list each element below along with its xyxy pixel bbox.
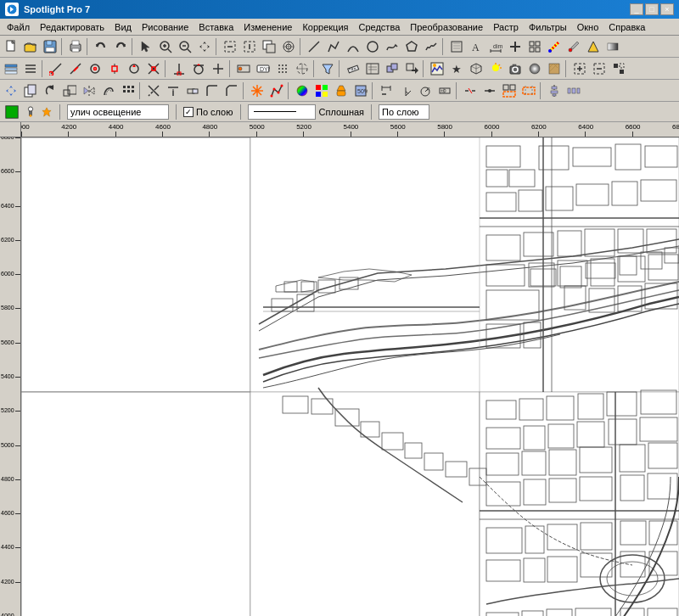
dim-linear-button[interactable] xyxy=(377,81,396,100)
line-tool-button[interactable] xyxy=(305,37,323,56)
dynamic-input-button[interactable]: DYN xyxy=(254,59,272,78)
dim-radius-button[interactable]: R xyxy=(416,81,435,100)
block-button[interactable] xyxy=(383,59,401,78)
menu-correct[interactable]: Коррекция xyxy=(297,20,353,34)
align-button[interactable] xyxy=(545,81,564,100)
3d-view-button[interactable] xyxy=(467,59,485,78)
text-button[interactable]: A xyxy=(467,37,485,56)
circle-tool-button[interactable] xyxy=(363,37,382,56)
gradient-button[interactable] xyxy=(603,37,622,56)
snap-quadrant-button[interactable] xyxy=(125,59,143,78)
select-button[interactable] xyxy=(137,37,155,56)
freehand-button[interactable] xyxy=(422,37,441,56)
menu-file[interactable]: Файл xyxy=(2,20,35,34)
grid-button[interactable] xyxy=(525,37,544,56)
menu-edit[interactable]: Редактировать xyxy=(35,20,109,34)
group-button[interactable] xyxy=(500,81,519,100)
snap-tangent-button[interactable] xyxy=(189,59,208,78)
trim-button[interactable] xyxy=(144,81,163,100)
obj-snap-button[interactable] xyxy=(234,59,253,78)
menu-draw[interactable]: Рисование xyxy=(137,20,194,34)
save-button[interactable] xyxy=(41,37,59,56)
dim-angular-button[interactable] xyxy=(396,81,415,100)
color-circle-button[interactable] xyxy=(293,81,311,100)
ungroup-button[interactable] xyxy=(519,81,538,100)
palette-button[interactable] xyxy=(312,81,331,100)
properties-button[interactable] xyxy=(21,59,40,78)
snap-center-button[interactable] xyxy=(86,59,104,78)
brush-icon[interactable] xyxy=(24,105,37,119)
invert-sel-button[interactable] xyxy=(609,59,628,78)
fill-button[interactable] xyxy=(584,37,603,56)
eyedropper-button[interactable] xyxy=(564,37,583,56)
mirror-button[interactable] xyxy=(80,81,98,100)
open-file-button[interactable] xyxy=(21,37,40,56)
symbol-button[interactable]: ★ xyxy=(447,59,466,78)
insert-block-button[interactable] xyxy=(402,59,421,78)
tb-r1b5[interactable] xyxy=(221,37,239,56)
attribute-button[interactable] xyxy=(363,59,382,78)
camera-button[interactable] xyxy=(506,59,525,78)
light-button[interactable] xyxy=(486,59,505,78)
stretch-button[interactable] xyxy=(183,81,202,100)
arc-tool-button[interactable] xyxy=(344,37,362,56)
menu-view[interactable]: Вид xyxy=(109,20,137,34)
zoom-in-button[interactable] xyxy=(156,37,175,56)
move-button[interactable] xyxy=(2,81,20,100)
fillet-button[interactable] xyxy=(203,81,222,100)
material-button[interactable] xyxy=(545,59,564,78)
print-button[interactable] xyxy=(66,37,85,56)
color-picker-button[interactable] xyxy=(545,37,564,56)
render-button[interactable] xyxy=(525,59,544,78)
copy-button[interactable] xyxy=(21,81,40,100)
menu-insert[interactable]: Вставка xyxy=(194,20,238,34)
polar-snap-button[interactable] xyxy=(293,59,311,78)
new-file-button[interactable] xyxy=(2,37,20,56)
canvas-container[interactable] xyxy=(21,137,679,616)
select-all-button[interactable] xyxy=(570,59,589,78)
menu-transform[interactable]: Преобразование xyxy=(405,20,488,34)
line-layer-field[interactable]: По слою xyxy=(379,104,429,120)
raster-button[interactable] xyxy=(428,59,446,78)
menu-window[interactable]: Окно xyxy=(572,20,604,34)
tolerance-button[interactable]: ±0 xyxy=(435,81,454,100)
snap-endpoint-button[interactable] xyxy=(47,59,65,78)
minimize-button[interactable]: _ xyxy=(630,3,643,15)
grid-snap-button[interactable] xyxy=(273,59,292,78)
snap-midpoint-button[interactable] xyxy=(66,59,85,78)
snap-node-button[interactable] xyxy=(105,59,124,78)
hatch-button[interactable] xyxy=(447,37,466,56)
polygon-tool-button[interactable] xyxy=(402,37,421,56)
plus-button[interactable] xyxy=(506,37,525,56)
menu-change[interactable]: Изменение xyxy=(238,20,297,34)
measure-button[interactable] xyxy=(344,59,362,78)
tb-r1b7[interactable] xyxy=(260,37,278,56)
edit-polyline-button[interactable] xyxy=(267,81,286,100)
dim-button[interactable]: dim xyxy=(486,37,505,56)
point-icon[interactable] xyxy=(41,106,53,118)
layer-field[interactable]: улич освещение xyxy=(67,104,169,120)
polyline-tool-button[interactable] xyxy=(324,37,343,56)
layer-mgr-button[interactable] xyxy=(2,59,20,78)
break-button[interactable] xyxy=(461,81,480,100)
chamfer-button[interactable] xyxy=(222,81,241,100)
line-type-field[interactable] xyxy=(248,104,316,120)
deselect-button[interactable] xyxy=(590,59,609,78)
undo-button[interactable] xyxy=(92,37,110,56)
menu-help[interactable]: Справка xyxy=(603,20,650,34)
color-mode-checkbox[interactable]: ✓ xyxy=(183,107,194,117)
ortho-button[interactable] xyxy=(209,59,227,78)
redo-button[interactable] xyxy=(111,37,130,56)
rotate-button[interactable] xyxy=(41,81,59,100)
maximize-button[interactable]: □ xyxy=(645,3,659,15)
offset-button[interactable] xyxy=(99,81,118,100)
filter-button[interactable] xyxy=(318,59,337,78)
transparency-button[interactable]: 50% xyxy=(351,81,370,100)
tb-r1b6[interactable] xyxy=(240,37,259,56)
paint-bucket-button[interactable] xyxy=(332,81,351,100)
menu-tools[interactable]: Средства xyxy=(354,20,406,34)
color-swatch-icon[interactable] xyxy=(3,104,20,120)
menu-filters[interactable]: Фильтры xyxy=(524,20,572,34)
join-button[interactable] xyxy=(480,81,499,100)
array-button[interactable] xyxy=(119,81,137,100)
